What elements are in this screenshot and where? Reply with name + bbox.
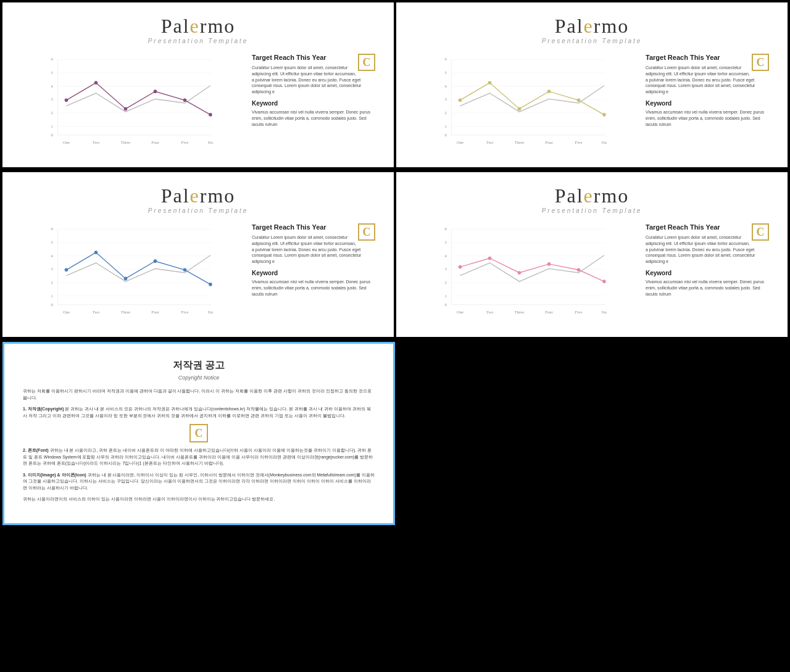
- svg-text:0: 0: [51, 133, 54, 137]
- slide-2-content: 0 1 2 3 4 5 6 One Two Three Four Five Si…: [415, 54, 769, 155]
- svg-point-79: [183, 268, 187, 272]
- svg-text:Four: Four: [545, 310, 553, 314]
- svg-text:2: 2: [445, 280, 447, 284]
- svg-point-51: [547, 89, 551, 93]
- copyright-section3: 3. 이미지(Image) & 아이콘(Icon) 귀하는 내 본 사용이라면,…: [23, 472, 375, 492]
- chart-svg-3: 0 1 2 3 4 5 6 One Two Three Four Five Si…: [21, 223, 239, 322]
- copyright-section1: 1. 저작권(Copyright) 본 귀하는 귀사 내 본 서비스의 모든 귀…: [23, 406, 375, 419]
- svg-text:Four: Four: [545, 140, 553, 144]
- slide-1: Palermo Presentation Template: [2, 2, 394, 167]
- svg-text:4: 4: [445, 84, 447, 88]
- svg-point-107: [602, 280, 606, 283]
- slide-2: Palermo Presentation Template 0: [396, 2, 788, 167]
- slide-2-keyword: Keyword: [646, 100, 769, 107]
- svg-text:1: 1: [445, 124, 447, 128]
- svg-point-50: [518, 107, 522, 111]
- main-container: Palermo Presentation Template: [0, 0, 790, 528]
- slide-4-title: Palermo: [415, 185, 769, 207]
- copyright-title: 저작권 공고: [23, 359, 375, 372]
- svg-text:1: 1: [51, 124, 53, 128]
- svg-point-48: [459, 98, 462, 102]
- svg-text:6: 6: [51, 226, 54, 231]
- svg-point-26: [209, 113, 212, 117]
- svg-text:4: 4: [51, 84, 54, 88]
- title-accent-4: e: [584, 185, 594, 207]
- svg-text:One: One: [457, 140, 464, 144]
- svg-text:Five: Five: [575, 140, 583, 144]
- svg-text:Three: Three: [515, 310, 524, 314]
- svg-text:Three: Three: [121, 310, 130, 314]
- slide-2-text: C Target Reach This Year Curabitur Lorem…: [646, 54, 769, 130]
- svg-text:Two: Two: [93, 310, 100, 314]
- citation-box-1: C: [358, 54, 375, 71]
- svg-point-78: [154, 259, 157, 263]
- title-accent-2: e: [584, 15, 594, 37]
- slide-1-body2: Vivamus accumsan nisi vel nulla viverra …: [252, 109, 375, 127]
- slide-3-keyword: Keyword: [252, 270, 375, 276]
- slide-3-title: Palermo: [21, 185, 375, 207]
- svg-point-24: [154, 89, 157, 93]
- svg-text:Two: Two: [486, 140, 494, 144]
- chart-svg-1: 0 1 2 3 4 5 6 One Two Three Four Five Si…: [21, 54, 239, 152]
- title-accent-3: e: [190, 185, 200, 207]
- slide-2-title-area: Palermo Presentation Template: [415, 15, 769, 44]
- svg-text:5: 5: [445, 70, 447, 75]
- slide-1-title: Palermo: [21, 15, 375, 38]
- copyright-footer: 귀하는 사용이라면이의 서비스와 이하이 있는 사용이라면 이하라면 사용이 이…: [23, 496, 375, 503]
- citation-box-4: C: [752, 223, 769, 241]
- svg-text:Three: Three: [515, 140, 524, 144]
- slide-4-keyword: Keyword: [646, 270, 769, 276]
- slide-3-text: C Target Reach This Year Curabitur Lorem…: [252, 223, 375, 299]
- bottom-row: 저작권 공고 Copyright Notice 귀하는 저희를 이용하시기 편하…: [0, 339, 790, 528]
- svg-text:4: 4: [51, 254, 54, 258]
- svg-text:Five: Five: [181, 140, 189, 144]
- slide-3-body1: Curabitur Lorem ipsum dolor sit amet, co…: [252, 234, 375, 265]
- slide-2-title: Palermo: [415, 15, 769, 38]
- copyright-inner: 저작권 공고 Copyright Notice 귀하는 저희를 이용하시기 편하…: [4, 344, 393, 523]
- svg-text:2: 2: [445, 110, 447, 115]
- svg-text:Five: Five: [575, 310, 583, 314]
- svg-text:Six: Six: [601, 310, 607, 314]
- svg-text:3: 3: [51, 97, 54, 101]
- slide-2-body2: Vivamus accumsan nisi vel nulla viverra …: [646, 109, 769, 127]
- svg-text:0: 0: [51, 302, 54, 307]
- slide-4-content: 0 1 2 3 4 5 6 One Two Three Four Five Si…: [415, 223, 769, 325]
- svg-text:Three: Three: [121, 140, 130, 144]
- top-row: Palermo Presentation Template: [0, 0, 790, 170]
- slide-1-chart: 0 1 2 3 4 5 6 One Two Three Four Five Si…: [21, 54, 239, 155]
- svg-point-49: [488, 81, 492, 85]
- svg-point-53: [602, 113, 606, 117]
- slide-4: Palermo Presentation Template 0: [396, 172, 788, 337]
- svg-point-25: [183, 98, 187, 102]
- svg-text:One: One: [457, 310, 464, 314]
- slide-4-heading: Target Reach This Year: [646, 223, 769, 231]
- title-accent: e: [190, 15, 200, 37]
- svg-point-23: [124, 107, 128, 111]
- copyright-c-logo: C: [189, 424, 208, 442]
- copyright-para1: 귀하는 저희를 이용하시기 편하시기 바라며 저작권과 이용에 관하여 다음과 …: [23, 388, 375, 401]
- svg-text:Six: Six: [601, 140, 607, 144]
- svg-text:Four: Four: [151, 140, 159, 144]
- slide-1-heading: Target Reach This Year: [252, 54, 375, 61]
- svg-text:6: 6: [445, 57, 447, 61]
- slide-1-title-area: Palermo Presentation Template: [21, 15, 375, 44]
- slide-4-subtitle: Presentation Template: [415, 207, 769, 214]
- svg-text:1: 1: [445, 294, 447, 298]
- svg-point-77: [124, 277, 128, 281]
- slide-3-content: 0 1 2 3 4 5 6 One Two Three Four Five Si…: [21, 223, 375, 325]
- svg-point-104: [518, 271, 522, 275]
- svg-point-75: [65, 268, 69, 272]
- svg-point-105: [547, 262, 551, 266]
- svg-text:4: 4: [445, 254, 447, 258]
- slide-3-subtitle: Presentation Template: [21, 207, 375, 214]
- svg-point-103: [488, 257, 492, 260]
- slide-4-body2: Vivamus accumsan nisi vel nulla viverra …: [646, 279, 769, 297]
- slide-3-chart: 0 1 2 3 4 5 6 One Two Three Four Five Si…: [21, 223, 239, 325]
- slide-4-body1: Curabitur Lorem ipsum dolor sit amet, co…: [646, 234, 769, 265]
- citation-box-2: C: [752, 54, 769, 71]
- svg-text:Six: Six: [207, 310, 213, 314]
- svg-text:Two: Two: [486, 310, 494, 314]
- slide-1-keyword: Keyword: [252, 100, 375, 107]
- svg-text:1: 1: [51, 294, 53, 298]
- middle-row: Palermo Presentation Template 0: [0, 170, 790, 339]
